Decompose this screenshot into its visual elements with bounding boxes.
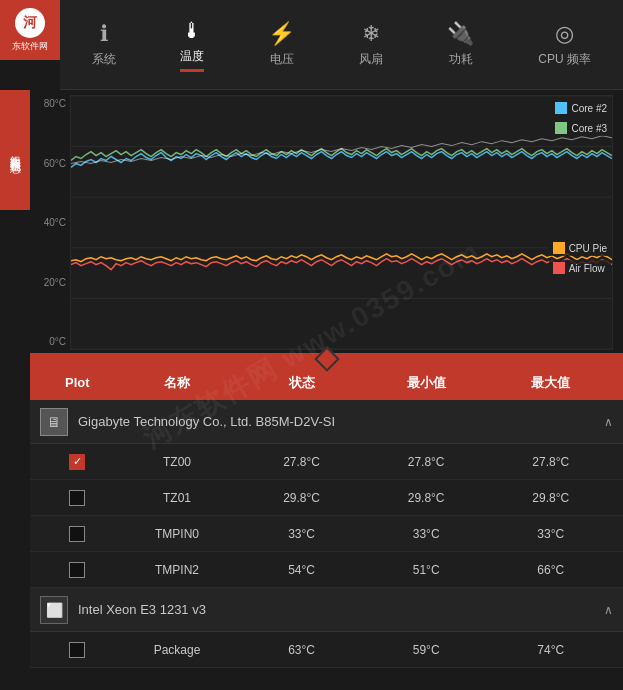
cell-max-tmpin2: 66°C (488, 563, 613, 577)
cell-max-tmpin0: 33°C (488, 527, 613, 541)
cell-max-package: 74°C (488, 643, 613, 657)
table-row: TZ00 27.8°C 27.8°C 27.8°C (30, 444, 623, 480)
table-body: 🖥 Gigabyte Technology Co., Ltd. B85M-D2V… (30, 400, 623, 690)
y-label-60: 60°C (30, 158, 70, 169)
system-icon: ℹ (100, 21, 108, 47)
nav-label-power: 功耗 (449, 51, 473, 68)
cell-status-tz00: 27.8°C (239, 455, 364, 469)
table-row: Package 63°C 59°C 74°C (30, 632, 623, 668)
nav-label-temperature: 温度 (180, 48, 204, 65)
table-row: TZ01 29.8°C 29.8°C 29.8°C (30, 480, 623, 516)
cell-name-package: Package (115, 643, 240, 657)
nav-item-fan[interactable]: ❄ 风扇 (347, 13, 395, 76)
logo-circle: 河 (15, 8, 45, 38)
cell-min-package: 59°C (364, 643, 489, 657)
nav-item-cpu-freq[interactable]: ◎ CPU 频率 (526, 13, 603, 76)
cell-name-tmpin0: TMPIN0 (115, 527, 240, 541)
group-chevron-gigabyte[interactable]: ∧ (604, 415, 613, 429)
cell-max-tz00: 27.8°C (488, 455, 613, 469)
nav-label-fan: 风扇 (359, 51, 383, 68)
nav-item-temperature[interactable]: 🌡 温度 (168, 10, 216, 80)
nav-label-system: 系统 (92, 51, 116, 68)
nav-label-cpu-freq: CPU 频率 (538, 51, 591, 68)
power-icon: 🔌 (447, 21, 474, 47)
y-label-40: 40°C (30, 217, 70, 228)
nav-item-power[interactable]: 🔌 功耗 (435, 13, 486, 76)
legend-item-air-flow: Air Flow (549, 260, 611, 276)
group-icon-intel: ⬜ (40, 596, 68, 624)
y-label-20: 20°C (30, 277, 70, 288)
nav-item-voltage[interactable]: ⚡ 电压 (256, 13, 307, 76)
cell-min-tmpin0: 33°C (364, 527, 489, 541)
group-chevron-intel[interactable]: ∧ (604, 603, 613, 617)
check-col-package[interactable] (40, 642, 115, 658)
checkbox-tz01[interactable] (69, 490, 85, 506)
group-name-gigabyte: Gigabyte Technology Co., Ltd. B85M-D2V-S… (78, 414, 604, 429)
y-label-0: 0°C (30, 336, 70, 347)
cell-max-tz01: 29.8°C (488, 491, 613, 505)
chart-divider (30, 353, 623, 365)
cell-name-tz00: TZ00 (115, 455, 240, 469)
legend-color-cpu-pie (553, 242, 565, 254)
group-icon-gigabyte: 🖥 (40, 408, 68, 436)
logo-banner: 河 东软件网 (0, 0, 60, 60)
checkbox-tmpin2[interactable] (69, 562, 85, 578)
chart-y-labels: 80°C 60°C 40°C 20°C 0°C (30, 90, 70, 355)
th-plot: Plot (40, 375, 115, 390)
group-row-gigabyte[interactable]: 🖥 Gigabyte Technology Co., Ltd. B85M-D2V… (30, 400, 623, 444)
legend-item-cpu-pie: CPU Pie (549, 240, 611, 256)
cpu-freq-icon: ◎ (555, 21, 574, 47)
check-col-tz01[interactable] (40, 490, 115, 506)
cell-name-tz01: TZ01 (115, 491, 240, 505)
cell-min-tz01: 29.8°C (364, 491, 489, 505)
cell-status-package: 63°C (239, 643, 364, 657)
cell-min-tmpin2: 51°C (364, 563, 489, 577)
legend-color-core3 (555, 122, 567, 134)
legend-item-core3: Core #3 (551, 120, 611, 136)
table-row: TMPIN0 33°C 33°C 33°C (30, 516, 623, 552)
checkbox-package[interactable] (69, 642, 85, 658)
group-row-intel[interactable]: ⬜ Intel Xeon E3 1231 v3 ∧ (30, 588, 623, 632)
nav-item-system[interactable]: ℹ 系统 (80, 13, 128, 76)
chart-legend-bottom: CPU Pie Air Flow (549, 240, 611, 276)
logo-text: 东软件网 (12, 40, 48, 53)
cell-name-tmpin2: TMPIN2 (115, 563, 240, 577)
fan-icon: ❄ (362, 21, 380, 47)
legend-color-core2 (555, 102, 567, 114)
check-col-tmpin0[interactable] (40, 526, 115, 542)
nav-label-voltage: 电压 (270, 51, 294, 68)
group-name-intel: Intel Xeon E3 1231 v3 (78, 602, 604, 617)
voltage-icon: ⚡ (268, 21, 295, 47)
th-min: 最小值 (364, 374, 489, 392)
check-col-tmpin2[interactable] (40, 562, 115, 578)
chart-legend-top: Core #2 Core #3 (551, 100, 611, 136)
cell-status-tz01: 29.8°C (239, 491, 364, 505)
table-area: Plot 名称 状态 最小值 最大值 🖥 Gigabyte Technology… (30, 365, 623, 690)
chart-canvas (70, 95, 613, 350)
cell-status-tmpin2: 54°C (239, 563, 364, 577)
th-name: 名称 (115, 374, 240, 392)
checkbox-tmpin0[interactable] (69, 526, 85, 542)
cell-status-tmpin0: 33°C (239, 527, 364, 541)
th-status: 状态 (239, 374, 364, 392)
cell-min-tz00: 27.8°C (364, 455, 489, 469)
legend-color-air-flow (553, 262, 565, 274)
th-max: 最大值 (488, 374, 613, 392)
top-nav: ℹ 系统 🌡 温度 ⚡ 电压 ❄ 风扇 🔌 功耗 ◎ CPU 频率 (60, 0, 623, 90)
y-label-80: 80°C (30, 98, 70, 109)
check-col-tz00[interactable] (40, 454, 115, 470)
table-row: TMPIN2 54°C 51°C 66°C (30, 552, 623, 588)
side-tab: 组数和系统信息 (0, 90, 30, 210)
checkbox-tz00[interactable] (69, 454, 85, 470)
temperature-icon: 🌡 (181, 18, 203, 44)
legend-item-core2: Core #2 (551, 100, 611, 116)
